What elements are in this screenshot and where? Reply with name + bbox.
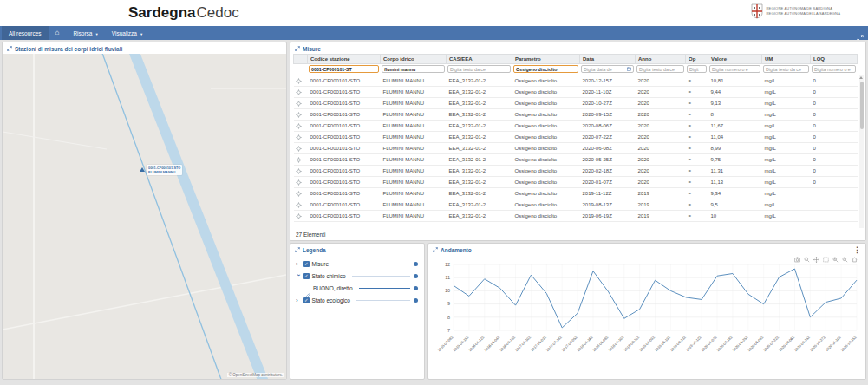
locate-station-button[interactable] xyxy=(294,132,308,143)
table-row[interactable]: 0001-CF000101-STOFLUMINI MANNUEEA_3132-0… xyxy=(294,177,858,188)
panel-expand-icon[interactable] xyxy=(433,247,438,252)
column-header-data[interactable]: Data xyxy=(580,55,636,64)
filter-input-2[interactable]: Digita testo da ce xyxy=(447,65,511,73)
column-header-corpo-idrico[interactable]: Corpo idrico xyxy=(381,55,447,64)
table-cell: 2020-01-07Z xyxy=(580,177,636,188)
column-header-loq[interactable]: LOQ xyxy=(811,55,858,64)
filter-input-3[interactable]: Ossigeno disciolto xyxy=(513,65,578,73)
table-cell: EEA_3132-01-2 xyxy=(447,143,512,154)
locate-crosshair-icon xyxy=(296,101,302,107)
chevron-right-icon[interactable]: › xyxy=(296,298,301,303)
table-row[interactable]: 0001-CF000101-STOFLUMINI MANNUEEA_3132-0… xyxy=(294,87,858,98)
filter-input-0[interactable]: 0001-CF000101-ST xyxy=(309,65,379,73)
nav-all-resources[interactable]: All resources xyxy=(2,26,49,40)
table-row[interactable]: 0001-CF000101-STOFLUMINI MANNUEEA_3132-0… xyxy=(294,211,858,222)
table-row[interactable]: 0001-CF000101-STOFLUMINI MANNUEEA_3132-0… xyxy=(294,109,858,121)
table-scrollbar[interactable] xyxy=(859,75,864,228)
station-marker[interactable] xyxy=(140,167,145,172)
table-row[interactable]: 0001-CF000101-STOFLUMINI MANNUEEA_3132-0… xyxy=(294,143,858,154)
box-select-icon[interactable] xyxy=(823,257,829,263)
scrollbar-thumb[interactable] xyxy=(860,82,864,129)
column-header-um[interactable]: UM xyxy=(762,55,811,64)
table-row[interactable]: 0001-CF000101-STOFLUMINI MANNUEEA_3132-0… xyxy=(294,199,858,211)
pan-icon[interactable] xyxy=(813,257,819,263)
map-attribution[interactable]: © OpenStreetMap contributors. xyxy=(227,373,284,377)
checkbox-checked-icon[interactable]: ✓ xyxy=(303,297,310,303)
table-row[interactable]: 0001-CF000101-STOFLUMINI MANNUEEA_3132-0… xyxy=(294,75,858,87)
column-header-cas-eea[interactable]: CAS/EEA xyxy=(447,55,512,64)
fullscreen-toggle[interactable] xyxy=(857,29,864,36)
locate-station-button[interactable] xyxy=(294,154,308,166)
home-icon: ⌂ xyxy=(55,29,60,36)
reset-axes-home-icon[interactable] xyxy=(852,257,858,263)
chevron-right-icon[interactable]: › xyxy=(296,262,301,267)
table-cell: 2019-11-12Z xyxy=(580,188,636,199)
table-cell: Ossigeno disciolto xyxy=(512,211,580,222)
column-header-codice-stazione[interactable]: Codice stazione xyxy=(308,55,381,64)
locate-station-button[interactable] xyxy=(294,166,308,177)
opacity-slider-handle[interactable] xyxy=(414,262,418,266)
map-canvas[interactable]: 0001-CF000101-STO FLUMINI MANNU © OpenSt… xyxy=(3,54,286,379)
app-logo[interactable]: SardegnaCedoc xyxy=(128,4,239,22)
locate-station-button[interactable] xyxy=(294,121,308,132)
opacity-slider-handle[interactable] xyxy=(414,298,418,303)
legend-item[interactable]: ›✓Stato ecologico xyxy=(290,294,424,306)
table-cell: EEA_3132-01-2 xyxy=(447,199,512,211)
filter-input-8[interactable]: Digita testo da ce xyxy=(763,65,809,73)
table-row[interactable]: 0001-CF000101-STOFLUMINI MANNUEEA_3132-0… xyxy=(294,166,858,177)
table-cell xyxy=(811,188,858,199)
filter-input-6[interactable]: Digit xyxy=(687,65,707,73)
filter-input-9[interactable]: Digita numero o e xyxy=(812,65,856,73)
opacity-slider-handle[interactable] xyxy=(414,286,418,290)
zoom-in-icon[interactable] xyxy=(832,257,839,263)
locate-station-button[interactable] xyxy=(294,87,308,98)
calendar-button[interactable] xyxy=(627,67,631,72)
legend-item[interactable]: ›✓Misure xyxy=(290,258,424,270)
nav-all-resources-label: All resources xyxy=(9,30,42,36)
panel-expand-icon[interactable] xyxy=(295,247,300,252)
edit-style-button[interactable] xyxy=(305,286,310,291)
column-header-parametro[interactable]: Parametro xyxy=(512,55,580,64)
column-header-op[interactable]: Op xyxy=(686,55,708,64)
filter-input-1[interactable]: flumini mannu xyxy=(382,65,445,73)
column-header-anno[interactable]: Anno xyxy=(636,55,686,64)
legend-item[interactable]: ›✓Stato chimico xyxy=(290,270,424,282)
table-cell: Ossigeno disciolto xyxy=(512,75,580,87)
table-row[interactable]: 0001-CF000101-STOFLUMINI MANNUEEA_3132-0… xyxy=(294,188,858,199)
panel-expand-icon[interactable] xyxy=(7,46,12,51)
column-header-valore[interactable]: Valore xyxy=(708,55,762,64)
nav-home-button[interactable]: ⌂ xyxy=(49,26,67,40)
locate-station-button[interactable] xyxy=(294,143,308,154)
filter-input-7[interactable]: Digita numero o e xyxy=(709,65,760,73)
filter-input-4[interactable]: Digita data de xyxy=(581,65,634,73)
locate-station-button[interactable] xyxy=(294,177,308,188)
checkbox-checked-icon[interactable]: ✓ xyxy=(303,261,310,267)
table-row[interactable]: 0001-CF000101-STOFLUMINI MANNUEEA_3132-0… xyxy=(294,121,858,132)
locate-station-button[interactable] xyxy=(294,98,308,109)
filter-input-5[interactable]: Digita testo da ce xyxy=(636,65,684,73)
svg-text:10: 10 xyxy=(445,288,450,293)
nav-visualizza[interactable]: Visualizza xyxy=(105,26,149,40)
panel-expand-icon[interactable] xyxy=(295,46,300,51)
status-color-line xyxy=(359,288,410,290)
scroll-up-arrow-icon[interactable] xyxy=(859,76,863,79)
locate-station-button[interactable] xyxy=(294,211,308,222)
chart-menu-kebab-icon[interactable]: ⋮ xyxy=(853,246,861,253)
andamento-line-chart[interactable]: 7891011122015-07-08Z2015-09-15Z2016-01-1… xyxy=(430,256,864,379)
locate-station-button[interactable] xyxy=(294,199,308,211)
zoom-out-icon[interactable] xyxy=(842,257,848,263)
locate-station-button[interactable] xyxy=(294,188,308,199)
locate-station-button[interactable] xyxy=(294,109,308,121)
table-row[interactable]: 0001-CF000101-STOFLUMINI MANNUEEA_3132-0… xyxy=(294,98,858,109)
locate-station-button[interactable] xyxy=(294,75,308,87)
table-cell: Ossigeno disciolto xyxy=(512,121,580,132)
table-row[interactable]: 0001-CF000101-STOFLUMINI MANNUEEA_3132-0… xyxy=(294,154,858,166)
opacity-slider-handle[interactable] xyxy=(414,274,418,278)
camera-snapshot-icon[interactable] xyxy=(794,257,800,263)
nav-risorsa[interactable]: Risorsa xyxy=(66,26,104,40)
legend-subitem[interactable]: BUONO, diretto xyxy=(290,282,424,294)
checkbox-checked-icon[interactable]: ✓ xyxy=(303,273,310,279)
zoom-icon[interactable] xyxy=(804,257,810,263)
table-row[interactable]: 0001-CF000101-STOFLUMINI MANNUEEA_3132-0… xyxy=(294,132,858,143)
chevron-down-icon[interactable]: › xyxy=(296,274,301,279)
